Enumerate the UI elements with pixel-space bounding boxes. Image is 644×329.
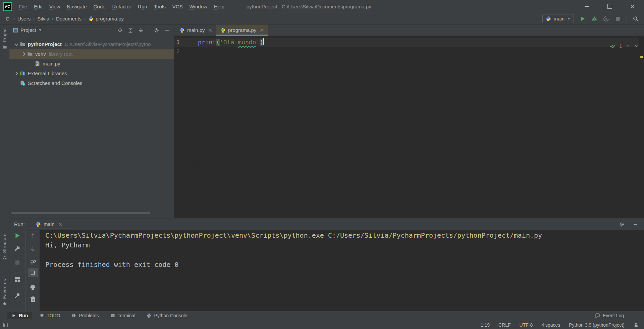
scroll-to-end-button[interactable] (28, 268, 38, 277)
status-crlf[interactable]: CRLF (498, 322, 511, 328)
menu-run[interactable]: Run (135, 4, 151, 9)
run-configuration-selector[interactable]: main ▼ (542, 14, 574, 23)
chevron-down-icon[interactable]: ▼ (39, 28, 42, 32)
close-icon: × (630, 3, 636, 10)
stripe-tab-favorites[interactable]: Favorites (0, 279, 9, 306)
print-button[interactable] (30, 284, 36, 291)
menu-window[interactable]: Window (186, 4, 211, 9)
chevron-down-icon[interactable] (13, 41, 20, 48)
search-everywhere-button[interactable] (633, 16, 639, 22)
down-stacktrace-button[interactable] (30, 245, 36, 252)
editor-tab-programa-py[interactable]: programa.py× (216, 25, 268, 36)
tree-item-pythonproject[interactable]: pythonProjectC:\Users\Silvia\PycharmProj… (9, 39, 174, 49)
run-tab-underline (27, 229, 71, 229)
breadcrumb-file[interactable]: programa.py (87, 15, 125, 22)
editor-tab-main-py[interactable]: main.py× (175, 25, 216, 36)
editor-area: main.py×programa.py× 12 print('Olá mundo… (174, 25, 644, 218)
toolwindow-button-run[interactable]: Run (7, 312, 32, 319)
close-run-tab-icon[interactable]: × (58, 221, 63, 227)
inspection-widget: 1 (609, 43, 639, 49)
stop-button[interactable] (14, 259, 21, 266)
project-panel-title[interactable]: Project (20, 27, 36, 33)
menu-navigate[interactable]: Navigate (63, 4, 90, 9)
menu-edit[interactable]: Edit (31, 4, 46, 9)
menu-help[interactable]: Help (211, 4, 228, 9)
breadcrumb-documents[interactable]: Documents (54, 15, 83, 22)
run-console-output[interactable]: C:\Users\Silvia\PycharmProjects\pythonPr… (40, 230, 644, 311)
select-opened-file-button[interactable] (117, 28, 123, 33)
chevron-right-icon[interactable] (20, 51, 27, 57)
previous-problem-button[interactable] (626, 44, 630, 48)
toolwindow-button-terminal[interactable]: Terminal (106, 312, 140, 319)
toolbar-separator (13, 288, 21, 288)
maximize-button[interactable] (598, 0, 621, 13)
rerun-button[interactable] (14, 232, 21, 239)
editor-bottom-separator (174, 167, 644, 167)
expand-all-button[interactable] (128, 28, 133, 33)
toolwindow-button-problems[interactable]: Problems (67, 312, 103, 319)
folder-icon (20, 41, 25, 47)
settings-icon[interactable] (619, 222, 625, 227)
next-problem-button[interactable] (634, 44, 639, 48)
libraries-icon (20, 70, 25, 76)
tool-window-switcher[interactable] (0, 322, 8, 328)
tree-item-external-libraries[interactable]: External Libraries (9, 68, 174, 78)
title-bar: PC FileEditViewNavigateCodeRefactorRunTo… (0, 0, 644, 13)
status-utf-8[interactable]: UTF-8 (520, 322, 533, 328)
run-button[interactable] (580, 16, 586, 22)
status-python-3-9-pythonproject[interactable]: Python 3.9 (pythonProject) (569, 322, 625, 328)
left-tool-stripe: Project Structure Favorites (0, 25, 9, 320)
minimize-button[interactable] (576, 0, 598, 13)
breadcrumb-silvia[interactable]: Silvia (36, 15, 51, 22)
status-4-spaces[interactable]: 4 spaces (541, 322, 560, 328)
status-items: 1:19CRLFUTF-84 spacesPython 3.9 (pythonP… (481, 322, 625, 328)
modify-run-configuration-button[interactable] (14, 245, 21, 252)
editor-content[interactable]: 12 print('Olá mundo') 1 (174, 36, 644, 218)
horizontal-scrollbar[interactable] (11, 212, 150, 214)
restore-layout-button[interactable] (14, 276, 21, 283)
clear-console-button[interactable] (30, 296, 36, 303)
breadcrumb-users[interactable]: Users (16, 15, 32, 22)
menu-file[interactable]: File (16, 4, 31, 9)
collapse-all-button[interactable] (138, 28, 144, 33)
run-with-coverage-button[interactable] (603, 16, 609, 22)
close-tab-icon[interactable]: × (260, 27, 264, 33)
close-button[interactable]: × (621, 0, 644, 13)
chevron-right-icon[interactable] (13, 70, 20, 77)
hide-panel-button[interactable] (633, 222, 638, 227)
stripe-tab-project[interactable]: Project (0, 27, 9, 49)
tree-item-scratches-and-consoles[interactable]: Scratches and Consoles (9, 78, 174, 88)
close-tab-icon[interactable]: × (208, 27, 213, 33)
scroll-to-end-icon (30, 270, 36, 275)
run-tab-main[interactable]: main × (32, 219, 66, 229)
status-1-19[interactable]: 1:19 (481, 322, 490, 328)
menu-vcs[interactable]: VCS (169, 4, 186, 9)
toolwindow-button-todo[interactable]: TODO (35, 312, 64, 319)
menu-code[interactable]: Code (90, 4, 109, 9)
tool-window-buttons: RunTODOProblemsTerminalPython Console (7, 312, 195, 319)
stop-button[interactable] (615, 16, 621, 22)
toolbar-separator (13, 273, 21, 273)
tree-item-venv[interactable]: venvlibrary root (9, 49, 174, 59)
pin-tab-button[interactable] (14, 292, 21, 299)
menu-view[interactable]: View (46, 4, 63, 9)
tree-item-main-py[interactable]: main.py (9, 59, 174, 68)
settings-icon[interactable] (154, 28, 159, 33)
error-stripe-mark[interactable] (640, 56, 643, 58)
breadcrumb-separator: › (83, 16, 87, 22)
debug-button[interactable] (591, 16, 597, 22)
python-file-icon (88, 16, 94, 21)
folder-icon (2, 45, 7, 49)
unlock-icon[interactable] (633, 322, 639, 328)
up-stacktrace-button[interactable] (30, 232, 36, 239)
stripe-tab-structure[interactable]: Structure (0, 233, 9, 260)
breadcrumb-c[interactable]: C: (4, 15, 12, 22)
hide-panel-button[interactable] (164, 28, 170, 33)
code-string-typo: mundo (238, 39, 256, 46)
todo-icon (39, 313, 44, 318)
toolwindow-button-python-console[interactable]: Python Console (143, 312, 191, 319)
event-log-button[interactable]: Event Log (595, 313, 644, 318)
soft-wrap-button[interactable] (30, 258, 36, 265)
menu-tools[interactable]: Tools (151, 4, 169, 9)
menu-refactor[interactable]: Refactor (109, 4, 135, 9)
